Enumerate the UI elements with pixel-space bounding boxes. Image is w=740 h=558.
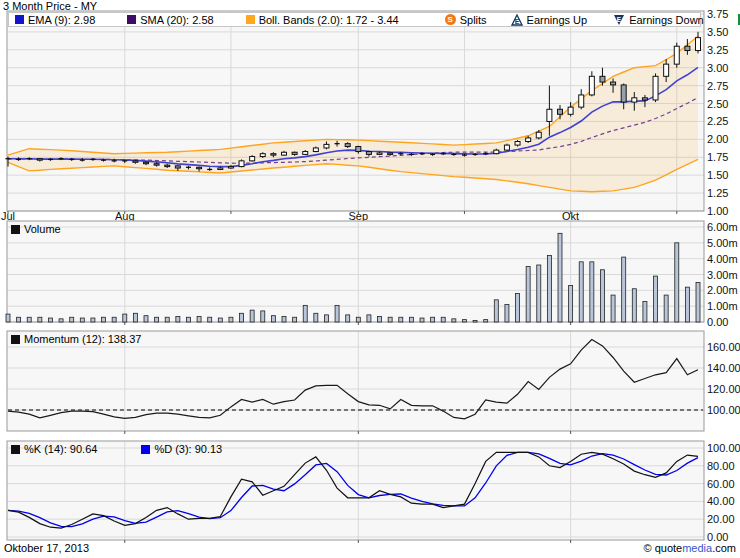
svg-text:5.00m: 5.00m: [707, 237, 738, 249]
svg-text:120.00: 120.00: [707, 383, 740, 395]
legend-item-sma: SMA (20): 2.58: [127, 14, 213, 26]
svg-text:20.00: 20.00: [707, 513, 735, 525]
svg-text:2.50: 2.50: [707, 98, 728, 110]
price-legend: EMA (9): 2.98 SMA (20): 2.58 Boll. Bands…: [8, 12, 701, 27]
svg-text:2.25: 2.25: [707, 115, 728, 127]
legend-item-ema: EMA (9): 2.98: [15, 14, 95, 26]
svg-text:1.50: 1.50: [707, 169, 728, 181]
legend-item-earnings-up: E Earnings Up: [511, 14, 588, 26]
ema-swatch-icon: [15, 15, 24, 24]
svg-text:100.00: 100.00: [707, 442, 740, 454]
svg-text:1.75: 1.75: [707, 151, 728, 163]
svg-text:Sep: Sep: [349, 210, 369, 222]
svg-text:Okt: Okt: [562, 210, 579, 222]
svg-text:Aug: Aug: [115, 210, 135, 222]
svg-text:2.75: 2.75: [707, 80, 728, 92]
svg-text:4.00m: 4.00m: [707, 253, 738, 265]
quotemedia-stock-chart: 3.753.503.253.002.752.502.252.001.751.50…: [0, 0, 740, 558]
svg-text:E: E: [514, 18, 519, 25]
footer-date: Oktober 17, 2013: [4, 542, 89, 554]
footer-copyright: © quotemedia.com: [643, 542, 736, 554]
bollinger-swatch-icon: [246, 15, 255, 24]
bollinger-label: Boll. Bands (2.0): 1.72 - 3.44: [259, 14, 399, 26]
svg-text:3.50: 3.50: [707, 26, 728, 38]
splits-label: Splits: [460, 14, 487, 26]
sma-label: SMA (20): 2.58: [140, 14, 213, 26]
percent-k-swatch-icon: [11, 445, 20, 454]
svg-text:80.00: 80.00: [707, 460, 735, 472]
svg-text:100.00: 100.00: [707, 404, 740, 416]
ema-label: EMA (9): 2.98: [28, 14, 95, 26]
volume-swatch-icon: [11, 225, 20, 234]
volume-label: Volume: [24, 223, 61, 235]
earnings-down-icon: E: [613, 14, 625, 26]
svg-text:3.00: 3.00: [707, 62, 728, 74]
svg-text:60.00: 60.00: [707, 478, 735, 490]
legend-item-boll: Boll. Bands (2.0): 1.72 - 3.44: [246, 14, 399, 26]
svg-text:1.00: 1.00: [707, 205, 728, 217]
earnings-down-label: Earnings Down: [629, 14, 704, 26]
percent-k-label: %K (14): 90.64: [24, 443, 97, 455]
svg-text:3.25: 3.25: [707, 44, 728, 56]
svg-text:2.00: 2.00: [707, 133, 728, 145]
percent-d-label: %D (3): 90.13: [154, 443, 222, 455]
svg-text:140.00: 140.00: [707, 362, 740, 374]
stochastic-panel-label: %K (14): 90.64 %D (3): 90.13: [11, 443, 222, 455]
svg-text:40.00: 40.00: [707, 495, 735, 507]
copyright-suffix: .com: [712, 542, 736, 554]
legend-item-earnings-down: E Earnings Down: [613, 14, 704, 26]
sma-swatch-icon: [127, 15, 136, 24]
earnings-up-label: Earnings Up: [527, 14, 588, 26]
volume-panel-label: Volume: [11, 223, 61, 235]
svg-text:2.00m: 2.00m: [707, 284, 738, 296]
momentum-panel-label: Momentum (12): 138.37: [11, 333, 141, 345]
svg-text:E: E: [617, 15, 622, 22]
momentum-label: Momentum (12): 138.37: [24, 333, 141, 345]
svg-text:0.00: 0.00: [707, 316, 728, 328]
svg-text:1.25: 1.25: [707, 187, 728, 199]
legend-item-splits: S Splits: [445, 14, 487, 26]
svg-text:1.00m: 1.00m: [707, 300, 738, 312]
svg-text:6.00m: 6.00m: [707, 221, 738, 233]
svg-text:3.00m: 3.00m: [707, 269, 738, 281]
svg-text:160.00: 160.00: [707, 341, 740, 353]
svg-text:3.75: 3.75: [707, 8, 728, 20]
earnings-up-icon: E: [511, 14, 523, 26]
chart-title: 3 Month Price - MY: [3, 0, 97, 12]
percent-d-swatch-icon: [141, 445, 150, 454]
svg-text:Jul: Jul: [1, 210, 15, 222]
splits-icon: S: [445, 14, 456, 25]
chart-canvas: 3.753.503.253.002.752.502.252.001.751.50…: [0, 0, 740, 558]
copyright-prefix: © quote: [643, 542, 682, 554]
quotemedia-brand: media: [682, 542, 712, 554]
momentum-swatch-icon: [11, 335, 20, 344]
